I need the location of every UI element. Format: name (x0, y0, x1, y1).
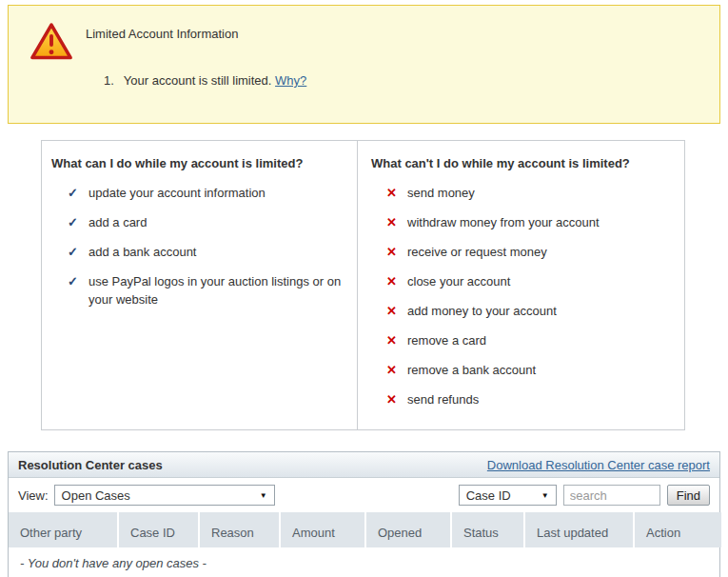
column-amount: Amount (280, 512, 365, 547)
cant-item-label: add money to your account (407, 302, 675, 320)
list-item-text: Your account is still limited. (124, 73, 272, 88)
can-item-label: update your account information (89, 184, 347, 202)
can-do-column: What can I do while my account is limite… (42, 141, 358, 429)
list-item-number: 1. (104, 73, 114, 88)
cant-item-label: close your account (407, 272, 675, 290)
check-icon: ✓ (68, 243, 89, 261)
cant-item-label: send refunds (407, 390, 675, 408)
list-item: ✕send refunds (371, 390, 675, 408)
case-search-group: Case ID ▼ Find (459, 485, 710, 506)
banner-content: Limited Account Information 1.Your accou… (86, 20, 306, 88)
list-item: ✓update your account information (51, 184, 347, 202)
check-icon: ✓ (68, 272, 89, 308)
view-select-value: Open Cases (62, 488, 130, 503)
cant-item-label: withdraw money from your account (407, 213, 675, 231)
find-button[interactable]: Find (667, 485, 710, 506)
list-item: ✕close your account (371, 272, 675, 290)
cant-item-label: remove a card (407, 331, 675, 349)
list-item: ✕withdraw money from your account (371, 213, 675, 231)
case-filter-bar: View: Open Cases ▼ Case ID ▼ Find (9, 478, 719, 512)
cross-icon: ✕ (386, 361, 407, 379)
column-last-updated: Last updated (524, 512, 634, 547)
banner-list-item: 1.Your account is still limited. Why? (104, 73, 306, 88)
warning-icon (30, 22, 73, 65)
resolution-center-panel: Resolution Center cases Download Resolut… (8, 451, 720, 577)
cross-icon: ✕ (386, 272, 407, 290)
list-item: ✕receive or request money (371, 243, 675, 261)
check-icon: ✓ (68, 213, 89, 231)
can-item-label: use PayPal logos in your auction listing… (89, 272, 347, 308)
why-link[interactable]: Why? (275, 73, 306, 88)
cross-icon: ✕ (386, 331, 407, 349)
limited-account-banner: Limited Account Information 1.Your accou… (8, 5, 720, 124)
cross-icon: ✕ (386, 302, 407, 320)
resolution-center-title: Resolution Center cases (18, 458, 163, 472)
column-status: Status (451, 512, 524, 547)
table-header-row: Other party Case ID Reason Amount Opened… (9, 512, 721, 547)
list-item: ✓add a bank account (51, 243, 347, 261)
cross-icon: ✕ (386, 390, 407, 408)
list-item: ✕remove a card (371, 331, 675, 349)
search-field-select[interactable]: Case ID ▼ (459, 485, 557, 506)
banner-title: Limited Account Information (86, 27, 306, 41)
list-item: ✕add money to your account (371, 302, 675, 320)
cross-icon: ✕ (386, 213, 407, 231)
resolution-center-header: Resolution Center cases Download Resolut… (9, 452, 719, 478)
cant-item-label: remove a bank account (407, 361, 675, 379)
cases-table: Other party Case ID Reason Amount Opened… (9, 512, 721, 577)
table-row: - You don't have any open cases - (9, 547, 721, 577)
check-icon: ✓ (68, 184, 89, 202)
cant-item-label: receive or request money (407, 243, 675, 261)
list-item: ✓add a card (51, 213, 347, 231)
can-item-label: add a bank account (89, 243, 347, 261)
capabilities-box: What can I do while my account is limite… (41, 140, 685, 430)
cant-do-list: ✕send money ✕withdraw money from your ac… (371, 184, 675, 408)
column-case-id: Case ID (118, 512, 199, 547)
column-action: Action (634, 512, 721, 547)
empty-cases-message: - You don't have any open cases - (9, 547, 721, 577)
case-search-input[interactable] (563, 485, 660, 506)
cant-do-heading: What can't I do while my account is limi… (371, 156, 675, 170)
column-other-party: Other party (9, 512, 118, 547)
view-label: View: (18, 488, 49, 503)
can-item-label: add a card (89, 213, 347, 231)
list-item: ✓use PayPal logos in your auction listin… (51, 272, 347, 308)
list-item: ✕send money (371, 184, 675, 202)
cant-do-column: What can't I do while my account is limi… (358, 141, 684, 429)
can-do-list: ✓update your account information ✓add a … (51, 184, 347, 308)
column-opened: Opened (365, 512, 451, 547)
chevron-down-icon: ▼ (541, 491, 549, 500)
chevron-down-icon: ▼ (260, 491, 267, 500)
cross-icon: ✕ (386, 184, 407, 202)
view-select[interactable]: Open Cases ▼ (54, 485, 275, 506)
cross-icon: ✕ (386, 243, 407, 261)
list-item: ✕remove a bank account (371, 361, 675, 379)
column-reason: Reason (199, 512, 280, 547)
cant-item-label: send money (407, 184, 675, 202)
download-case-report-link[interactable]: Download Resolution Center case report (487, 458, 710, 472)
search-field-value: Case ID (466, 488, 511, 503)
can-do-heading: What can I do while my account is limite… (51, 156, 347, 170)
